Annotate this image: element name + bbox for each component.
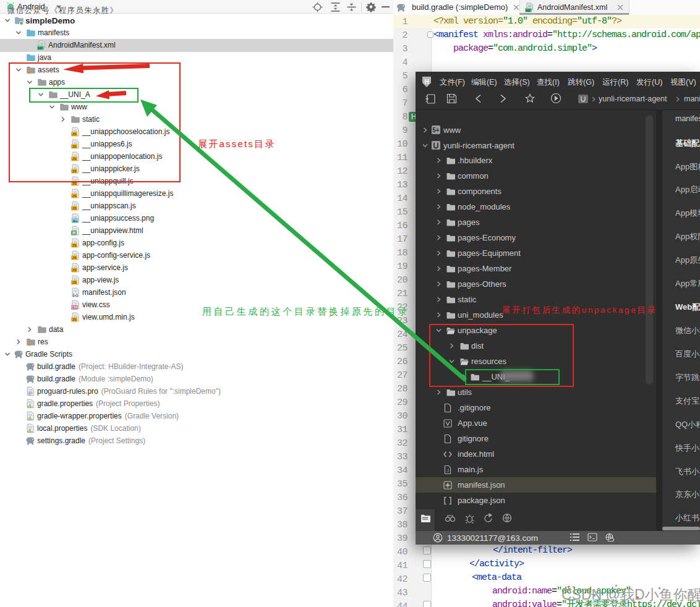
svg-text:H: H bbox=[424, 79, 429, 85]
